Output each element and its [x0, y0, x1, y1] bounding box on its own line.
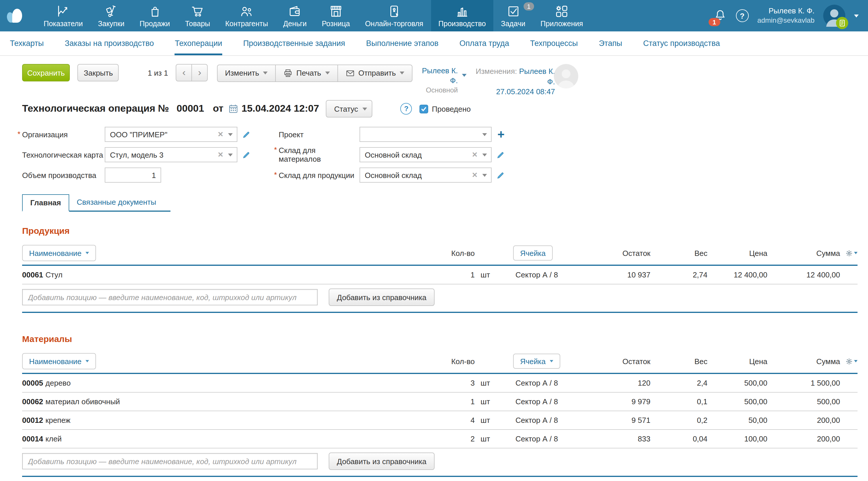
- main-nav-item-production[interactable]: Производство: [431, 0, 493, 31]
- columns-settings-gear-icon[interactable]: [841, 357, 858, 365]
- cell-bin[interactable]: Сектор А / 8: [505, 379, 597, 387]
- columns-settings-gear-icon[interactable]: [841, 249, 858, 257]
- main-nav-item-goods[interactable]: Товары: [178, 0, 218, 31]
- cell-qty[interactable]: 2: [441, 435, 476, 443]
- clear-icon[interactable]: ✕: [218, 151, 223, 159]
- cell-qty[interactable]: 3: [441, 379, 476, 387]
- subnav-tab[interactable]: Выполнение этапов: [366, 31, 439, 55]
- products-store-select[interactable]: Основной склад ✕: [360, 167, 492, 183]
- materials-store-select[interactable]: Основной склад ✕: [360, 147, 492, 162]
- cell-name[interactable]: 00062материал обивочный: [22, 397, 441, 406]
- cell-sum[interactable]: 1 500,00: [769, 379, 841, 387]
- cell-weight[interactable]: 0,2: [652, 416, 709, 425]
- cell-price[interactable]: 500,00: [709, 379, 769, 387]
- chevron-down-icon[interactable]: [482, 154, 487, 156]
- cell-stock[interactable]: 9 571: [597, 416, 652, 425]
- tab-main[interactable]: Главная: [22, 194, 69, 212]
- subnav-tab[interactable]: Оплата труда: [459, 31, 509, 55]
- subnav-tab[interactable]: Техкарты: [10, 31, 44, 55]
- close-button[interactable]: Закрыть: [78, 64, 119, 82]
- prev-record-button[interactable]: ‹: [176, 64, 192, 82]
- document-number[interactable]: 00001: [177, 103, 204, 115]
- cell-sum[interactable]: 12 400,00: [769, 270, 841, 279]
- user-info[interactable]: Рылеев К. Ф. admin@sevkavlab: [757, 7, 814, 25]
- cell-bin[interactable]: Сектор А / 8: [505, 397, 597, 406]
- clear-icon[interactable]: ✕: [472, 151, 477, 159]
- subnav-tab[interactable]: Статус производства: [643, 31, 720, 55]
- organization-edit-icon[interactable]: [242, 130, 251, 139]
- cell-sum[interactable]: 500,00: [769, 397, 841, 406]
- cell-name[interactable]: 00014клей: [22, 435, 441, 443]
- main-nav-item-sales[interactable]: Продажи: [132, 0, 178, 31]
- main-nav-item-online-trade[interactable]: Онлайн-торговля: [358, 0, 431, 31]
- chevron-down-icon[interactable]: [482, 133, 487, 136]
- cell-sum[interactable]: 200,00: [769, 416, 841, 425]
- owner-name-link[interactable]: Рылеев К. Ф.: [422, 66, 458, 85]
- status-dropdown-button[interactable]: Статус: [326, 100, 373, 118]
- document-owner[interactable]: Рылеев К. Ф. Основной: [414, 66, 458, 95]
- tech-card-select[interactable]: Стул, модель 3 ✕: [105, 147, 237, 162]
- cell-unit[interactable]: шт: [476, 416, 505, 425]
- calendar-icon[interactable]: [229, 104, 238, 114]
- subnav-tab[interactable]: Этапы: [599, 31, 622, 55]
- document-datetime[interactable]: 15.04.2024 12:07: [242, 103, 319, 115]
- print-dropdown-button[interactable]: Печать: [276, 64, 338, 82]
- table-row[interactable]: 00005дерево3штСектор А / 81202,4500,001 …: [22, 374, 858, 393]
- table-row[interactable]: 00062материал обивочный1штСектор А / 89 …: [22, 393, 858, 411]
- send-dropdown-button[interactable]: Отправить: [337, 64, 413, 82]
- cell-stock[interactable]: 120: [597, 379, 652, 387]
- cell-price[interactable]: 100,00: [709, 435, 769, 443]
- cell-qty[interactable]: 4: [441, 416, 476, 425]
- notifications-bell-icon[interactable]: 1: [713, 8, 727, 25]
- table-row[interactable]: 00061Стул1штСектор А / 810 9372,7412 400…: [22, 266, 858, 284]
- cell-weight[interactable]: 2,74: [652, 270, 709, 279]
- cell-bin[interactable]: Сектор А / 8: [505, 416, 597, 425]
- project-select[interactable]: [360, 127, 492, 142]
- cell-price[interactable]: 500,00: [709, 397, 769, 406]
- add-position-input[interactable]: [22, 453, 318, 469]
- help-icon[interactable]: ?: [736, 9, 749, 22]
- products-store-edit-icon[interactable]: [496, 171, 505, 180]
- table-row[interactable]: 00014клей2штСектор А / 88330,04100,00200…: [22, 430, 858, 448]
- save-button[interactable]: Сохранить: [22, 64, 70, 82]
- cell-stock[interactable]: 9 979: [597, 397, 652, 406]
- main-nav-item-money[interactable]: Деньги: [276, 0, 314, 31]
- cell-stock[interactable]: 10 937: [597, 270, 652, 279]
- subnav-tab[interactable]: Техпроцессы: [530, 31, 578, 55]
- table-row[interactable]: 00012крепеж4штСектор А / 89 5710,250,002…: [22, 411, 858, 430]
- main-nav-item-purchases[interactable]: Закупки: [90, 0, 132, 31]
- cell-unit[interactable]: шт: [476, 379, 505, 387]
- subnav-tab[interactable]: Производственные задания: [243, 31, 345, 55]
- chevron-down-icon[interactable]: [482, 174, 487, 177]
- cell-price[interactable]: 12 400,00: [709, 270, 769, 279]
- changes-author-link[interactable]: Рылеев К. Ф.: [519, 67, 555, 86]
- cell-stock[interactable]: 833: [597, 435, 652, 443]
- cell-weight[interactable]: 0,1: [652, 397, 709, 406]
- cell-filter-button[interactable]: Ячейка: [513, 354, 560, 369]
- cell-filter-button[interactable]: Ячейка: [513, 246, 553, 261]
- cell-qty[interactable]: 1: [441, 270, 476, 279]
- cell-unit[interactable]: шт: [476, 435, 505, 443]
- cell-bin[interactable]: Сектор А / 8: [505, 270, 597, 279]
- subnav-tab[interactable]: Заказы на производство: [65, 31, 154, 55]
- main-nav-item-apps[interactable]: Приложения: [533, 0, 590, 31]
- cell-bin[interactable]: Сектор А / 8: [505, 435, 597, 443]
- changes-author-avatar[interactable]: [554, 64, 578, 88]
- clear-icon[interactable]: ✕: [218, 130, 223, 138]
- cell-price[interactable]: 50,00: [709, 416, 769, 425]
- volume-input[interactable]: [105, 167, 161, 183]
- tab-linked-documents[interactable]: Связанные документы: [69, 194, 164, 211]
- tech-card-edit-icon[interactable]: [242, 150, 251, 159]
- user-menu-chevron-down-icon[interactable]: [854, 14, 859, 17]
- subnav-tab[interactable]: Техоперации: [175, 31, 222, 55]
- chevron-down-icon[interactable]: [228, 133, 233, 136]
- add-from-catalog-button[interactable]: Добавить из справочника: [329, 452, 435, 470]
- posted-help-icon[interactable]: ?: [401, 103, 412, 115]
- moysklad-logo-icon[interactable]: [7, 7, 25, 24]
- cell-unit[interactable]: шт: [476, 397, 505, 406]
- add-project-icon[interactable]: +: [497, 129, 505, 140]
- cell-name[interactable]: 00005дерево: [22, 379, 441, 387]
- name-filter-button[interactable]: Наименование: [22, 245, 96, 261]
- add-from-catalog-button[interactable]: Добавить из справочника: [329, 288, 435, 306]
- cell-sum[interactable]: 200,00: [769, 435, 841, 443]
